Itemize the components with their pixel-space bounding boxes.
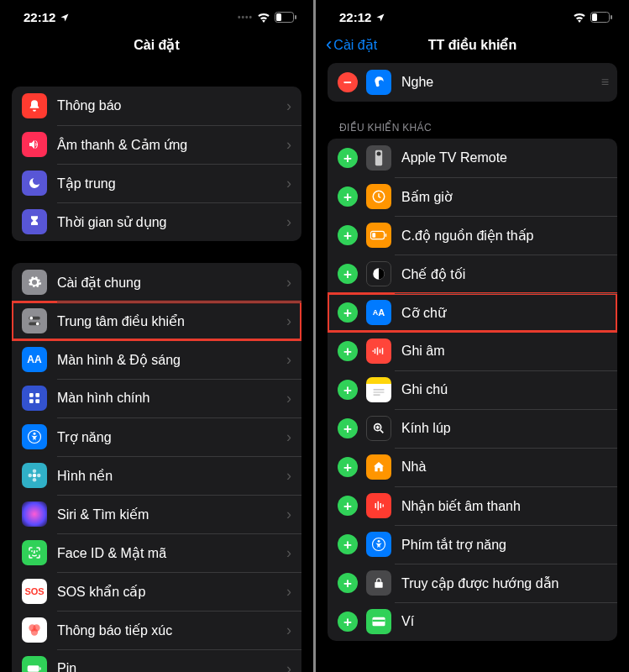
settings-row-siri[interactable]: Siri & Tìm kiếm › [12,495,301,533]
settings-row-display[interactable]: AA Màn hình & Độ sáng › [12,340,301,379]
row-label: Bấm giờ [401,189,607,205]
cc-row-hearing[interactable]: − Nghe ≡ [328,63,617,102]
cc-row-low-power[interactable]: + C.độ nguồn điện thấp [328,216,617,255]
clock-icon [366,184,391,209]
add-button[interactable]: + [338,380,358,400]
status-bar: 22:12 •••• [0,0,313,29]
back-button[interactable]: ‹ Cài đặt [326,34,377,55]
row-label: Thời gian sử dụng [57,214,286,230]
add-button[interactable]: + [338,612,358,632]
settings-row-sos[interactable]: SOS SOS khẩn cấp › [12,572,301,611]
settings-row-control-center[interactable]: Trung tâm điều khiển › [12,302,301,340]
nav-bar: ‹ Cài đặt TT điều khiển [316,29,629,63]
add-button[interactable]: + [338,418,358,438]
settings-row-sounds[interactable]: Âm thanh & Cảm ứng › [12,125,301,164]
cc-row-magnifier[interactable]: + Kính lúp [328,409,617,448]
bell-icon [22,93,47,118]
svg-rect-2 [295,15,296,19]
svg-rect-10 [35,399,39,403]
add-button[interactable]: + [338,534,358,554]
cc-row-text-size[interactable]: + AA Cỡ chữ [328,293,617,332]
chevron-right-icon: › [286,622,291,639]
add-button[interactable]: + [338,341,358,361]
add-button[interactable]: + [338,264,358,284]
settings-row-notifications[interactable]: Thông báo › [12,87,301,125]
cc-row-sound-recognition[interactable]: + Nhận biết âm thanh [328,486,617,525]
chevron-right-icon: › [286,583,291,601]
svg-rect-31 [385,234,387,237]
add-button[interactable]: + [338,573,358,593]
cc-section-more: + Apple TV Remote + Bấm giờ + C.độ nguồn… [328,139,617,641]
svg-rect-1 [276,13,281,21]
chevron-right-icon: › [286,544,291,562]
status-time: 22:12 [339,10,371,24]
svg-rect-22 [39,667,40,669]
svg-point-12 [34,433,36,435]
svg-point-35 [378,540,380,543]
location-icon [60,13,70,23]
cc-row-dark-mode[interactable]: + Chế độ tối [328,255,617,293]
svg-point-4 [29,317,33,320]
row-label: Nhận biết âm thanh [401,498,607,514]
settings-row-homescreen[interactable]: Màn hình chính › [12,379,301,417]
remove-button[interactable]: − [338,72,358,92]
add-button[interactable]: + [338,457,358,477]
accessibility-icon [366,532,391,557]
cc-row-accessibility-shortcut[interactable]: + Phím tắt trợ năng [328,525,617,564]
settings-row-focus[interactable]: Tập trung › [12,164,301,202]
row-label: Thông báo tiếp xúc [57,622,286,638]
moon-icon [22,171,47,196]
wallet-icon [366,609,391,634]
settings-row-accessibility[interactable]: Trợ năng › [12,417,301,456]
cc-row-timer[interactable]: + Bấm giờ [328,177,617,216]
svg-rect-8 [35,393,39,397]
cellular-dots-icon: •••• [238,13,253,22]
row-label: Cỡ chữ [401,305,607,321]
cc-row-apple-tv-remote[interactable]: + Apple TV Remote [328,139,617,177]
svg-point-17 [37,474,41,478]
svg-rect-36 [375,582,382,588]
chevron-right-icon: › [286,660,291,673]
battery-icon [275,12,296,23]
row-label: Trợ năng [57,429,286,445]
add-button[interactable]: + [338,496,358,516]
lock-icon [366,570,391,596]
add-button[interactable]: + [338,302,358,323]
settings-row-battery[interactable]: Pin › [12,649,301,672]
add-button[interactable]: + [338,225,358,245]
svg-rect-7 [29,393,34,397]
cc-row-wallet[interactable]: + Ví [328,602,617,641]
row-label: Tập trung [57,176,286,192]
cc-row-notes[interactable]: + Ghi chú [328,370,617,409]
reorder-handle[interactable]: ≡ [601,75,607,90]
cc-row-guided-access[interactable]: + Truy cập được hướng dẫn [328,564,617,602]
waveform-icon [366,339,391,364]
grid-icon [22,386,47,411]
chevron-left-icon: ‹ [326,34,332,55]
exposure-icon [22,617,47,643]
chevron-right-icon: › [286,390,291,407]
chevron-right-icon: › [286,136,291,154]
settings-row-wallpaper[interactable]: Hình nền › [12,456,301,495]
add-button[interactable]: + [338,186,358,207]
battery-icon [22,656,47,672]
settings-row-screentime[interactable]: Thời gian sử dụng › [12,202,301,241]
cc-row-voice-memo[interactable]: + Ghi âm [328,332,617,370]
cc-row-home[interactable]: + Nhà [328,448,617,486]
row-label: Kính lúp [401,421,607,436]
svg-point-16 [29,474,33,478]
svg-rect-21 [28,665,39,672]
svg-point-20 [31,628,38,635]
location-icon [375,13,385,23]
settings-row-faceid[interactable]: Face ID & Mật mã › [12,533,301,572]
row-label: Chế độ tối [401,266,607,282]
row-label: Ghi chú [401,382,607,397]
settings-row-general[interactable]: Cài đặt chung › [12,263,301,302]
settings-row-exposure[interactable]: Thông báo tiếp xúc › [12,611,301,649]
nav-bar: Cài đặt [0,29,313,63]
row-label: C.độ nguồn điện thấp [401,228,607,244]
toggles-icon [22,308,47,333]
phone-settings-left: 22:12 •••• Cài đặt Thông báo › [0,0,313,672]
add-button[interactable]: + [338,148,358,168]
row-label: SOS khẩn cấp [57,584,286,600]
